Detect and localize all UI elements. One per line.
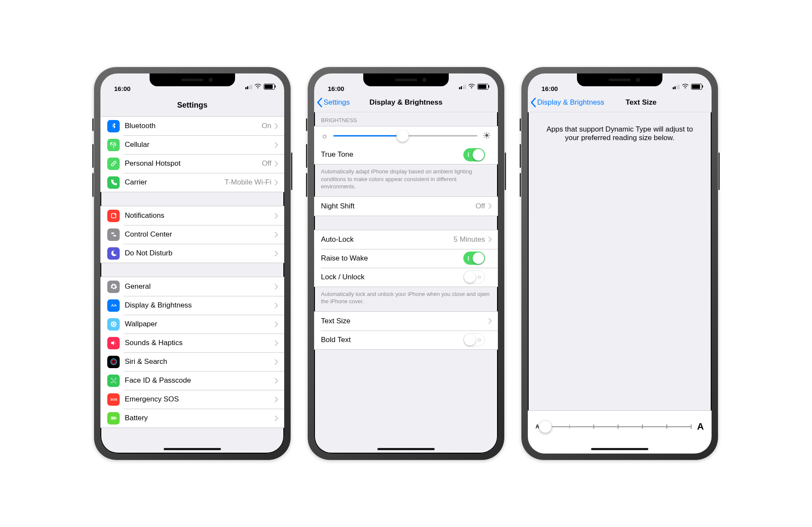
- chevron-right-icon: [488, 237, 492, 242]
- svg-text:SOS: SOS: [110, 398, 117, 401]
- settings-row-do-not-disturb[interactable]: Do Not Disturb: [100, 244, 284, 263]
- settings-row-general[interactable]: General: [100, 277, 284, 296]
- settings-row-sounds-haptics[interactable]: Sounds & Haptics: [100, 334, 284, 352]
- home-indicator[interactable]: [377, 448, 435, 450]
- row-label: Control Center: [125, 225, 275, 244]
- svg-rect-20: [116, 418, 117, 419]
- nav-bar: Display & Brightness Text Size: [528, 93, 712, 112]
- back-button[interactable]: Settings: [317, 93, 350, 112]
- page-title: Settings: [177, 101, 207, 110]
- lock-unlock-label: Lock / Unlock: [321, 268, 463, 287]
- notch: [577, 73, 662, 86]
- moon-icon: [107, 247, 120, 260]
- status-time: 16:00: [328, 85, 344, 92]
- notch: [363, 73, 449, 86]
- chevron-right-icon: [275, 322, 278, 327]
- aa-icon: AA: [107, 299, 120, 312]
- settings-row-personal-hotspot[interactable]: Personal HotspotOff: [100, 154, 284, 173]
- settings-row-bluetooth[interactable]: BluetoothOn: [100, 117, 284, 135]
- page-title: Display & Brightness: [370, 98, 443, 107]
- lock-unlock-footer: Automatically lock and unlock your iPhon…: [314, 287, 498, 311]
- settings-row-cellular[interactable]: Cellular: [100, 135, 284, 154]
- svg-point-11: [114, 322, 116, 323]
- row-label: Battery: [125, 409, 275, 427]
- settings-row-face-id-passcode[interactable]: Face ID & Passcode: [100, 371, 284, 390]
- chevron-right-icon: [275, 213, 278, 219]
- settings-row-notifications[interactable]: Notifications: [100, 206, 284, 225]
- svg-point-13: [114, 325, 116, 327]
- text-size-row[interactable]: Text Size: [314, 312, 498, 331]
- settings-row-display-brightness[interactable]: AADisplay & Brightness: [100, 296, 284, 315]
- chevron-right-icon: [275, 340, 278, 346]
- chevron-right-icon: [275, 359, 278, 365]
- battery-icon: [477, 84, 488, 90]
- settings-row-emergency-sos[interactable]: SOSEmergency SOS: [100, 390, 284, 409]
- group-general: GeneralAADisplay & BrightnessWallpaperSo…: [100, 277, 284, 428]
- chevron-right-icon: [275, 251, 278, 256]
- brightness-slider[interactable]: [333, 130, 478, 142]
- signal-icon: [459, 85, 466, 89]
- status-time: 16:00: [114, 85, 130, 92]
- chevron-right-icon: [275, 161, 278, 167]
- text-size-slider-panel: A A: [528, 410, 712, 454]
- chevron-right-icon: [275, 232, 278, 237]
- wifi-icon: [682, 83, 688, 91]
- speaker-icon: [107, 337, 120, 349]
- row-label: Cellular: [125, 135, 275, 154]
- settings-row-control-center[interactable]: Control Center: [100, 225, 284, 244]
- row-label: Wallpaper: [125, 315, 275, 334]
- raise-to-wake-label: Raise to Wake: [321, 249, 463, 268]
- chevron-right-icon: [275, 142, 278, 148]
- row-detail: On: [262, 122, 271, 130]
- settings-row-battery[interactable]: Battery: [100, 409, 284, 427]
- nav-bar: Settings: [100, 93, 284, 117]
- page-title: Text Size: [626, 98, 656, 107]
- dynamic-type-description: Apps that support Dynamic Type will adju…: [528, 112, 712, 155]
- svg-point-10: [111, 322, 113, 323]
- home-indicator[interactable]: [164, 448, 221, 450]
- row-label: Notifications: [125, 206, 275, 225]
- raise-to-wake-toggle[interactable]: [463, 252, 485, 265]
- phone-display-brightness: 16:00 Settings Display & Brightness BRIG…: [308, 67, 504, 460]
- bold-text-label: Bold Text: [321, 331, 463, 349]
- chevron-right-icon: [275, 416, 278, 421]
- auto-lock-row[interactable]: Auto-Lock 5 Minutes: [314, 230, 498, 249]
- svg-point-7: [113, 325, 115, 327]
- bold-text-toggle[interactable]: [463, 333, 485, 346]
- link-icon: [107, 158, 120, 170]
- brightness-slider-row: ☼ ☀: [314, 126, 498, 145]
- row-label: Personal Hotspot: [125, 154, 262, 173]
- battery-icon: [107, 412, 120, 425]
- night-shift-detail: Off: [476, 202, 485, 211]
- home-indicator[interactable]: [591, 448, 648, 450]
- settings-row-wallpaper[interactable]: Wallpaper: [100, 315, 284, 334]
- back-button[interactable]: Display & Brightness: [530, 93, 604, 112]
- bold-text-row: Bold Text: [314, 331, 498, 349]
- chevron-right-icon: [275, 123, 278, 129]
- notch: [150, 73, 235, 86]
- back-label: Display & Brightness: [537, 98, 604, 107]
- row-label: Emergency SOS: [125, 390, 275, 409]
- settings-row-siri-search[interactable]: Siri & Search: [100, 352, 284, 371]
- phone-icon: [107, 176, 120, 189]
- wifi-icon: [255, 83, 261, 91]
- chevron-right-icon: [275, 180, 278, 185]
- text-size-slider[interactable]: [545, 420, 691, 433]
- row-label: Bluetooth: [125, 117, 262, 135]
- true-tone-label: True Tone: [321, 145, 463, 164]
- svg-point-9: [115, 323, 117, 325]
- siri-icon: [107, 356, 120, 368]
- lock-unlock-toggle[interactable]: [463, 270, 485, 284]
- svg-point-17: [114, 379, 115, 380]
- phone-settings: 16:00 Settings BluetoothOnCellularPerson…: [94, 67, 291, 460]
- row-detail: T-Mobile Wi-Fi: [224, 178, 271, 187]
- raise-to-wake-row: Raise to Wake: [314, 249, 498, 268]
- night-shift-row[interactable]: Night Shift Off: [314, 197, 498, 216]
- true-tone-toggle[interactable]: [463, 148, 485, 161]
- settings-row-carrier[interactable]: CarrierT-Mobile Wi-Fi: [100, 173, 284, 192]
- true-tone-footer: Automatically adapt iPhone display based…: [314, 164, 498, 196]
- night-shift-label: Night Shift: [321, 197, 476, 216]
- row-label: General: [125, 277, 275, 296]
- row-label: Display & Brightness: [125, 296, 275, 315]
- row-label: Sounds & Haptics: [125, 334, 275, 352]
